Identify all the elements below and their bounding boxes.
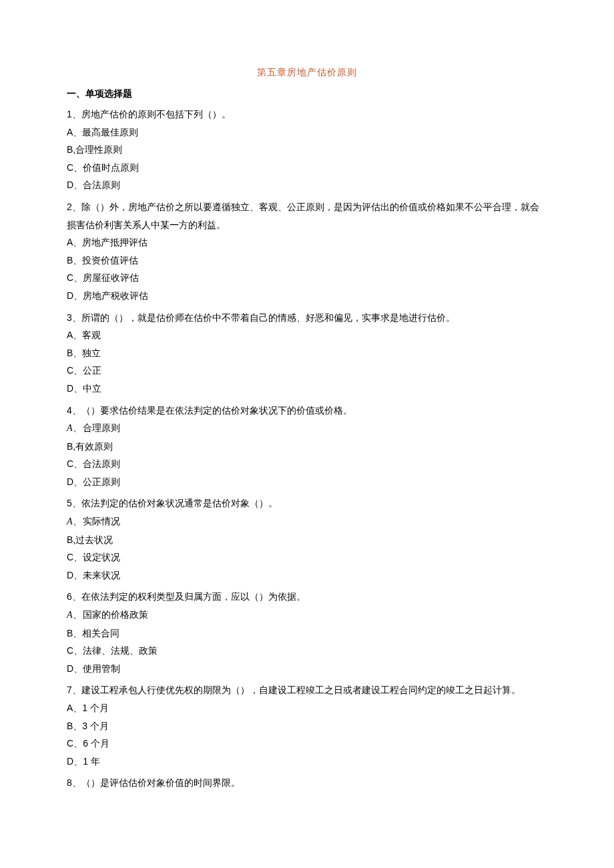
- option: B、3 个月: [67, 717, 547, 735]
- option: C、设定状况: [67, 548, 547, 566]
- option: B、独立: [67, 344, 547, 362]
- option: C、6 个月: [67, 735, 547, 753]
- option-letter: C、: [67, 272, 83, 283]
- option-letter: D、: [67, 476, 83, 487]
- option-text: 合理性原则: [75, 144, 122, 155]
- question-stem: 2、除（）外，房地产估价之所以要遵循独立、客观、公正原则，是因为评估出的价值或价…: [67, 198, 547, 234]
- option: C、房屋征收评估: [67, 269, 547, 287]
- option-letter: B,: [67, 144, 75, 155]
- option-text: 公正: [83, 365, 101, 376]
- option: C、公正: [67, 362, 547, 380]
- document-page: 第五章房地产估价原则 一、单项选择题 1、房地产估价的原则不包括下列（）。A、最…: [0, 0, 614, 836]
- option: A、实际情况: [67, 512, 547, 531]
- question-stem: 3、所谓的（），就是估价师在估价中不带着自己的情感、好恶和偏见，实事求是地进行估…: [67, 309, 547, 327]
- option-letter: A、: [67, 237, 82, 248]
- option-letter: A、: [67, 703, 82, 713]
- option: B,有效原则: [67, 438, 547, 456]
- option-letter: B、: [67, 721, 82, 731]
- option: D、中立: [67, 380, 547, 398]
- option-letter: D、: [67, 383, 83, 394]
- option-letter: C、: [67, 458, 83, 469]
- option-text: 中立: [83, 383, 101, 394]
- option-text: 独立: [82, 348, 101, 358]
- question-stem: 6、在依法判定的权利类型及归属方面，应以（）为依据。: [67, 588, 547, 606]
- option: D、未来状况: [67, 566, 547, 584]
- option-letter: C、: [67, 365, 83, 376]
- option-letter: C、: [67, 738, 83, 749]
- option-text: 有效原则: [75, 441, 113, 452]
- option: A、1 个月: [67, 699, 547, 717]
- option-text: 房地产税收评估: [83, 290, 148, 301]
- option-text: 房地产抵押评估: [82, 237, 147, 248]
- option: D、1 年: [67, 753, 547, 771]
- option-text: 合法原则: [83, 179, 120, 190]
- option-text: 最高最佳原则: [82, 127, 138, 137]
- option-letter: D、: [67, 570, 83, 580]
- option: B,过去状况: [67, 531, 547, 549]
- question-stem: 4、（）要求估价结果是在依法判定的估价对象状况下的价值或价格。: [67, 402, 547, 420]
- option: C、合法原则: [67, 455, 547, 473]
- option: D、公正原则: [67, 473, 547, 491]
- questions-container: 1、房地产估价的原则不包括下列（）。A、最高最佳原则B,合理性原则C、价值时点原…: [67, 105, 547, 796]
- option-letter: A、: [67, 423, 82, 433]
- option-text: 公正原则: [83, 476, 120, 487]
- spacer: [67, 792, 547, 796]
- option-text: 相关合同: [82, 628, 119, 638]
- option-text: 合法原则: [83, 458, 120, 469]
- option: A、房地产抵押评估: [67, 234, 547, 252]
- option-letter: B、: [67, 255, 82, 266]
- option-text: 使用管制: [83, 663, 120, 674]
- option-text: 法律、法规、政策: [83, 645, 158, 656]
- option-letter: B、: [67, 628, 82, 638]
- option-text: 未来状况: [83, 570, 120, 580]
- option: B、投资价值评估: [67, 252, 547, 270]
- option-letter: D、: [67, 290, 83, 301]
- option-letter: B,: [67, 441, 75, 452]
- option: C、法律、法规、政策: [67, 642, 547, 660]
- option-text: 合理原则: [83, 422, 120, 433]
- option-letter: B、: [67, 348, 82, 358]
- option-text: 1 个月: [82, 703, 109, 713]
- option-text: 价值时点原则: [83, 162, 139, 173]
- option-text: 投资价值评估: [82, 255, 138, 266]
- option-text: 过去状况: [75, 534, 113, 545]
- option-text: 房屋征收评估: [83, 272, 139, 283]
- question-stem: 7、建设工程承包人行使优先权的期限为（），自建设工程竣工之日或者建设工程合同约定…: [67, 681, 547, 699]
- option-letter: A、: [67, 127, 82, 137]
- option-text: 设定状况: [83, 552, 120, 562]
- option-text: 实际情况: [83, 516, 120, 526]
- option-letter: A、: [67, 516, 82, 526]
- option-text: 1 年: [83, 756, 100, 767]
- option: B、相关合同: [67, 624, 547, 642]
- option: D、合法原则: [67, 176, 547, 194]
- option: D、房地产税收评估: [67, 287, 547, 305]
- question-stem: 5、依法判定的估价对象状况通常是估价对象（）。: [67, 494, 547, 512]
- question-stem: 8、（）是评估估价对象价值的时间界限。: [67, 774, 547, 792]
- option-letter: B,: [67, 534, 75, 545]
- page-title: 第五章房地产估价原则: [67, 67, 547, 79]
- option-text: 3 个月: [82, 721, 109, 731]
- option-letter: A、: [67, 330, 82, 340]
- option-text: 国家的价格政策: [83, 609, 148, 620]
- option-letter: C、: [67, 645, 83, 656]
- option-text: 6 个月: [83, 738, 109, 749]
- option-text: 客观: [82, 330, 101, 340]
- question-stem: 1、房地产估价的原则不包括下列（）。: [67, 105, 547, 123]
- option: B,合理性原则: [67, 141, 547, 159]
- option-letter: C、: [67, 552, 83, 562]
- option-letter: A、: [67, 610, 82, 620]
- option-letter: D、: [67, 179, 83, 190]
- option: A、客观: [67, 326, 547, 344]
- option-letter: C、: [67, 162, 83, 173]
- option: D、使用管制: [67, 660, 547, 678]
- option: A、合理原则: [67, 419, 547, 438]
- option-letter: D、: [67, 663, 83, 674]
- option: C、价值时点原则: [67, 159, 547, 177]
- section-heading: 一、单项选择题: [67, 88, 547, 100]
- option-letter: D、: [67, 756, 83, 767]
- option: A、国家的价格政策: [67, 606, 547, 624]
- option: A、最高最佳原则: [67, 123, 547, 141]
